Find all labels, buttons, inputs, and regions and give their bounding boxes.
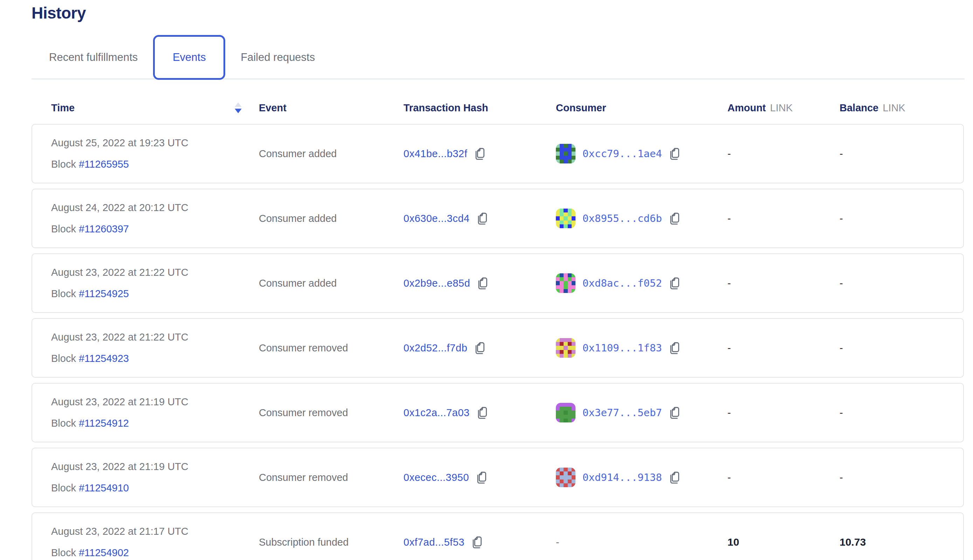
block-number-link[interactable]: #11254923 [79, 353, 129, 364]
time-cell: August 23, 2022 at 21:22 UTC Block #1125… [51, 332, 259, 364]
copy-icon[interactable] [476, 276, 489, 290]
consumer-identicon [556, 208, 575, 228]
transaction-hash-link[interactable]: 0x2d52...f7db [403, 342, 467, 354]
consumer-cell: 0x1109...1f83 [556, 338, 727, 358]
event-timestamp: August 25, 2022 at 19:23 UTC [51, 137, 259, 149]
block-label: Block [51, 353, 79, 364]
time-cell: August 23, 2022 at 21:19 UTC Block #1125… [51, 461, 259, 494]
block-line: Block #11254902 [51, 547, 259, 558]
block-number-link[interactable]: #11254910 [79, 482, 129, 493]
copy-icon[interactable] [470, 535, 483, 550]
time-cell: August 25, 2022 at 19:23 UTC Block #1126… [51, 137, 259, 170]
consumer-cell: 0x3e77...5eb7 [556, 403, 727, 422]
consumer-identicon [556, 403, 575, 422]
consumer-empty: - [556, 537, 559, 548]
event-type: Consumer removed [259, 342, 403, 354]
table-row: August 25, 2022 at 19:23 UTC Block #1126… [32, 124, 964, 183]
table-row: August 23, 2022 at 21:22 UTC Block #1125… [32, 253, 964, 313]
block-line: Block #11254912 [51, 418, 259, 429]
event-timestamp: August 23, 2022 at 21:22 UTC [51, 332, 259, 343]
block-line: Block #11265955 [51, 158, 259, 170]
consumer-address-link[interactable]: 0xd914...9138 [582, 472, 662, 483]
tab-failed-requests[interactable]: Failed requests [241, 51, 315, 64]
history-page: History Recent fulfillments Events Faile… [32, 0, 965, 560]
block-line: Block #11254910 [51, 482, 259, 494]
copy-icon[interactable] [667, 405, 681, 420]
transaction-hash-link[interactable]: 0x41be...b32f [403, 148, 467, 160]
event-type: Consumer added [259, 148, 403, 160]
consumer-address-link[interactable]: 0xcc79...1ae4 [582, 148, 662, 160]
tab-events[interactable]: Events [153, 35, 225, 80]
block-number-link[interactable]: #11254902 [79, 547, 129, 558]
consumer-address-link[interactable]: 0x8955...cd6b [582, 212, 662, 224]
column-header-time: Time [51, 101, 259, 115]
block-number-link[interactable]: #11254912 [79, 418, 129, 429]
amount-value: - [727, 278, 839, 289]
consumer-address-link[interactable]: 0x1109...1f83 [582, 342, 662, 354]
tab-bar: Recent fulfillments Events Failed reques… [32, 34, 965, 80]
consumer-address-link[interactable]: 0x3e77...5eb7 [582, 407, 662, 418]
event-timestamp: August 23, 2022 at 21:22 UTC [51, 267, 259, 278]
column-header-amount: Amount LINK [727, 102, 839, 114]
consumer-cell: 0xd8ac...f052 [556, 273, 727, 293]
time-cell: August 23, 2022 at 21:17 UTC Block #1125… [51, 526, 259, 558]
time-cell: August 24, 2022 at 20:12 UTC Block #1126… [51, 202, 259, 235]
table-row: August 23, 2022 at 21:22 UTC Block #1125… [32, 318, 964, 378]
event-type: Consumer removed [259, 472, 403, 483]
consumer-identicon [556, 338, 575, 358]
event-type: Consumer added [259, 213, 403, 224]
copy-icon[interactable] [667, 146, 681, 161]
transaction-hash-cell: 0xecec...3950 [403, 470, 556, 485]
amount-value: - [727, 407, 839, 418]
copy-icon[interactable] [667, 211, 681, 226]
amount-value: - [727, 342, 839, 354]
block-number-link[interactable]: #11265955 [79, 158, 129, 170]
column-header-transaction-hash: Transaction Hash [403, 102, 556, 114]
transaction-hash-cell: 0x630e...3cd4 [403, 211, 556, 226]
balance-value: - [839, 278, 963, 289]
tab-events-label: Events [173, 51, 206, 64]
balance-value: - [839, 148, 963, 160]
event-timestamp: August 23, 2022 at 21:17 UTC [51, 526, 259, 537]
page-title: History [32, 3, 965, 22]
copy-icon[interactable] [473, 340, 486, 355]
event-timestamp: August 24, 2022 at 20:12 UTC [51, 202, 259, 213]
block-label: Block [51, 288, 79, 299]
block-line: Block #11254923 [51, 353, 259, 364]
copy-icon[interactable] [475, 470, 488, 485]
time-cell: August 23, 2022 at 21:22 UTC Block #1125… [51, 267, 259, 300]
transaction-hash-cell: 0xf7ad...5f53 [403, 535, 556, 550]
column-header-event: Event [259, 102, 403, 114]
balance-unit-label: LINK [883, 102, 905, 114]
column-header-balance: Balance LINK [839, 102, 965, 114]
consumer-identicon [556, 468, 575, 487]
consumer-identicon [556, 273, 575, 293]
table-row: August 24, 2022 at 20:12 UTC Block #1126… [32, 188, 964, 248]
copy-icon[interactable] [667, 340, 681, 355]
block-number-link[interactable]: #11260397 [79, 223, 129, 235]
amount-value: - [727, 148, 839, 160]
copy-icon[interactable] [475, 405, 488, 420]
amount-value: - [727, 213, 839, 224]
transaction-hash-link[interactable]: 0xf7ad...5f53 [403, 537, 465, 548]
balance-value: - [839, 213, 963, 224]
sort-descending-icon[interactable] [233, 101, 243, 115]
copy-icon[interactable] [473, 146, 486, 161]
balance-value: 10.73 [839, 536, 963, 548]
consumer-address-link[interactable]: 0xd8ac...f052 [582, 277, 662, 289]
transaction-hash-link[interactable]: 0xecec...3950 [403, 472, 469, 483]
block-line: Block #11254925 [51, 288, 259, 300]
copy-icon[interactable] [667, 276, 681, 290]
transaction-hash-link[interactable]: 0x630e...3cd4 [403, 213, 470, 224]
consumer-cell: - [556, 537, 727, 548]
transaction-hash-link[interactable]: 0x2b9e...e85d [403, 278, 470, 289]
transaction-hash-link[interactable]: 0x1c2a...7a03 [403, 407, 470, 418]
tab-recent-fulfillments[interactable]: Recent fulfillments [49, 51, 138, 64]
amount-value: - [727, 472, 839, 483]
block-number-link[interactable]: #11254925 [79, 288, 129, 299]
consumer-identicon [556, 144, 575, 163]
events-table-body: August 25, 2022 at 19:23 UTC Block #1126… [32, 124, 965, 560]
copy-icon[interactable] [667, 470, 681, 485]
copy-icon[interactable] [475, 211, 488, 226]
transaction-hash-cell: 0x2b9e...e85d [403, 276, 556, 290]
